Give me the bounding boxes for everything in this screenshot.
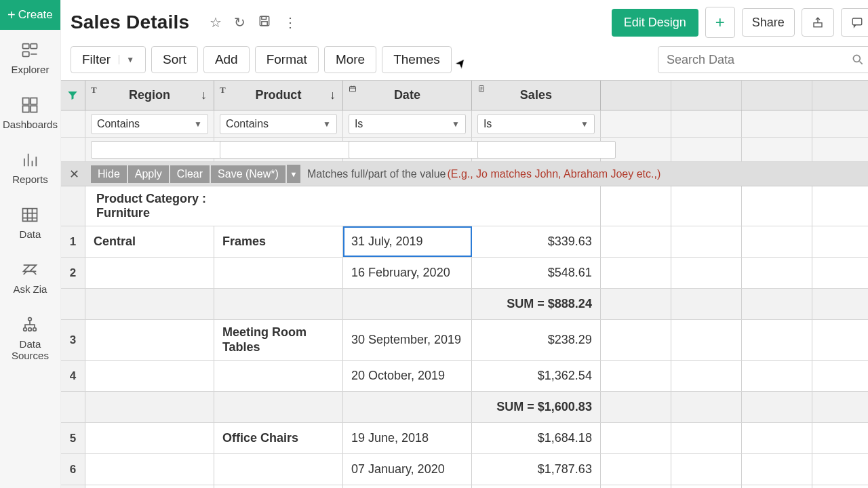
cell-blank[interactable] (742, 258, 812, 288)
cell-date[interactable]: 19 June, 2018 (343, 423, 472, 453)
cell-blank[interactable] (742, 485, 812, 488)
cell-date[interactable] (343, 392, 472, 422)
cell-date[interactable]: 30 September, 2019 (343, 320, 472, 360)
cell-blank[interactable] (601, 226, 671, 257)
sort-button[interactable]: Sort (151, 46, 198, 73)
cell-blank[interactable] (601, 258, 671, 288)
cell-sales[interactable]: SUM = $888.24 (472, 289, 601, 319)
cell-date[interactable]: 27 April, 2020 (343, 485, 472, 488)
cell-sales[interactable]: SUM = $1,600.83 (472, 392, 601, 422)
cell-region[interactable] (85, 361, 214, 391)
add-view-button[interactable]: + (705, 7, 735, 38)
share-button[interactable]: Share (742, 8, 795, 37)
col-header-date[interactable]: Date (343, 81, 472, 110)
cell-sales[interactable]: $2,287.45 (472, 485, 601, 488)
cell-blank[interactable] (742, 392, 812, 422)
cell-region[interactable] (85, 289, 214, 319)
row-number[interactable]: 3 (61, 320, 85, 360)
cell-blank[interactable] (671, 361, 742, 391)
cell-sales[interactable]: $238.29 (472, 320, 601, 360)
clear-filter-button[interactable]: Clear (170, 165, 210, 183)
cell-sales[interactable]: $1,684.18 (472, 423, 601, 453)
cell-blank[interactable] (601, 392, 671, 422)
themes-button[interactable]: Themes (382, 46, 452, 73)
cell-sales[interactable]: $1,362.54 (472, 361, 601, 391)
filter-op-date[interactable]: Is▼ (349, 114, 466, 134)
cell-blank[interactable] (742, 454, 812, 485)
rail-dashboards[interactable]: Dashboards (0, 85, 60, 140)
row-number[interactable]: 7 (61, 485, 85, 488)
cell-sales[interactable]: $339.63 (472, 226, 601, 257)
filter-op-region[interactable]: Contains▼ (91, 114, 208, 134)
kebab-menu-icon[interactable]: ⋮ (283, 14, 297, 30)
cell-blank[interactable] (601, 320, 671, 360)
cell-blank[interactable] (671, 485, 742, 488)
filter-button[interactable]: Filter ▼ (71, 46, 146, 73)
cell-blank[interactable] (812, 423, 868, 453)
cell-blank[interactable] (671, 454, 742, 485)
cell-blank[interactable] (601, 485, 671, 488)
cell-region[interactable] (85, 258, 214, 288)
cell-product[interactable] (214, 392, 343, 422)
search-data-input[interactable] (658, 46, 868, 73)
cell-region[interactable] (85, 392, 214, 422)
cell-blank[interactable] (812, 454, 868, 485)
col-header-sales[interactable]: Sales (472, 81, 601, 110)
row-number[interactable]: 1 (61, 226, 85, 257)
cell-blank[interactable] (601, 454, 671, 485)
cell-date[interactable] (343, 289, 472, 319)
cell-date[interactable]: 20 October, 2019 (343, 361, 472, 391)
cell-product[interactable] (214, 258, 343, 288)
refresh-icon[interactable]: ↻ (234, 14, 245, 30)
cell-blank[interactable] (812, 320, 868, 360)
apply-filter-button[interactable]: Apply (128, 165, 169, 183)
filter-op-sales[interactable]: Is▼ (477, 114, 595, 134)
cell-blank[interactable] (812, 361, 868, 391)
save-icon[interactable] (258, 14, 271, 31)
hide-filter-button[interactable]: Hide (91, 165, 127, 183)
cell-region[interactable] (85, 320, 214, 360)
cell-blank[interactable] (812, 485, 868, 488)
save-filter-button[interactable]: Save (New*) (211, 165, 285, 183)
rail-datasources[interactable]: Data Sources (0, 304, 60, 371)
rail-explorer[interactable]: Explorer (0, 30, 60, 85)
cell-blank[interactable] (742, 320, 812, 360)
cell-region[interactable] (85, 485, 214, 488)
cell-product[interactable] (214, 454, 343, 485)
row-number[interactable]: 6 (61, 454, 85, 485)
cell-product[interactable]: Frames (214, 226, 343, 257)
cell-blank[interactable] (601, 361, 671, 391)
save-filter-dropdown[interactable]: ▼ (287, 165, 300, 183)
cell-blank[interactable] (671, 289, 742, 319)
filter-val-date[interactable] (349, 141, 487, 159)
cell-blank[interactable] (742, 361, 812, 391)
cell-product[interactable] (214, 289, 343, 319)
format-button[interactable]: Format (255, 46, 319, 73)
cell-blank[interactable] (812, 289, 868, 319)
cell-blank[interactable] (812, 258, 868, 288)
row-number[interactable]: 5 (61, 423, 85, 453)
cell-blank[interactable] (742, 423, 812, 453)
cell-blank[interactable] (742, 226, 812, 257)
edit-design-button[interactable]: Edit Design (612, 9, 698, 37)
cell-product[interactable]: Office Chairs (214, 423, 343, 453)
cell-date[interactable]: 16 February, 2020 (343, 258, 472, 288)
filter-op-product[interactable]: Contains▼ (220, 114, 337, 134)
cell-product[interactable]: Meeting Room Tables (214, 320, 343, 360)
export-icon[interactable] (802, 8, 834, 37)
cell-region[interactable] (85, 454, 214, 485)
row-number[interactable] (61, 289, 85, 319)
close-filter-icon[interactable]: ✕ (65, 167, 84, 182)
search-field[interactable] (667, 53, 851, 67)
star-icon[interactable]: ☆ (210, 14, 222, 30)
row-number[interactable]: 4 (61, 361, 85, 391)
cell-region[interactable] (85, 423, 214, 453)
rail-reports[interactable]: Reports (0, 140, 60, 195)
cell-blank[interactable] (742, 289, 812, 319)
cell-product[interactable] (214, 485, 343, 488)
cell-sales[interactable]: $548.61 (472, 258, 601, 288)
filter-val-region[interactable] (91, 141, 229, 159)
create-button[interactable]: + Create (0, 0, 60, 30)
cell-blank[interactable] (812, 226, 868, 257)
comments-icon[interactable] (841, 8, 868, 37)
